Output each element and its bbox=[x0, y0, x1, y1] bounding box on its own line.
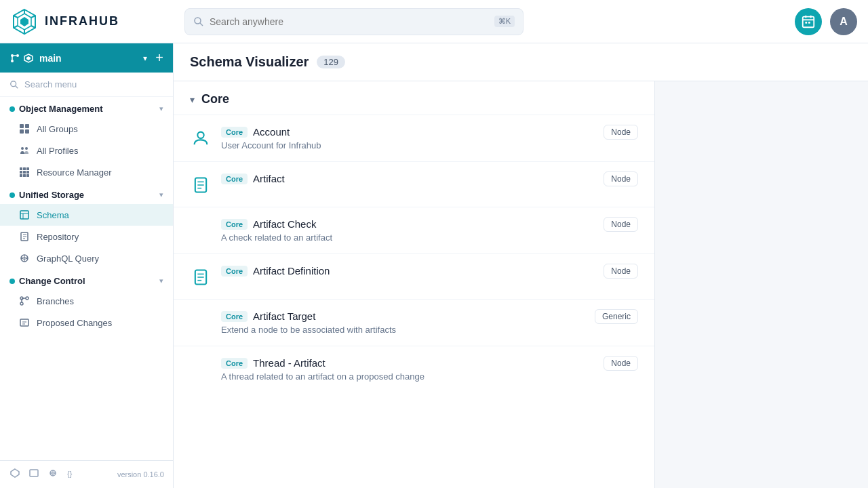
all-profiles-icon bbox=[19, 145, 30, 156]
section-change-control[interactable]: Change Control ▾ bbox=[0, 269, 173, 290]
svg-point-23 bbox=[11, 81, 16, 86]
topbar: INFRAHUB ⌘K A bbox=[0, 0, 868, 43]
footer-icon-3[interactable] bbox=[47, 468, 58, 481]
logo: INFRAHUB bbox=[11, 8, 174, 35]
svg-marker-55 bbox=[11, 469, 19, 477]
sidebar-search-label: Search menu bbox=[24, 79, 77, 89]
artifact-target-namespace-badge: Core bbox=[221, 311, 248, 322]
calendar-button[interactable] bbox=[795, 8, 822, 35]
svg-rect-26 bbox=[25, 124, 29, 128]
svg-text:{}: {} bbox=[67, 470, 73, 478]
section-label: Unified Storage bbox=[19, 190, 155, 200]
svg-rect-34 bbox=[20, 171, 22, 174]
svg-rect-16 bbox=[808, 22, 810, 24]
account-type-label: Node bbox=[604, 125, 638, 140]
main-layout: main ▾ + Search menu Object Management ▾ bbox=[0, 43, 868, 488]
logo-icon bbox=[11, 8, 38, 35]
schema-item-artifact-check[interactable]: Core Artifact Check A check related to a… bbox=[174, 207, 654, 253]
core-section-header[interactable]: ▾ Core bbox=[174, 81, 654, 115]
account-type-badge: Node bbox=[604, 126, 638, 137]
svg-point-19 bbox=[11, 60, 14, 62]
version-label: version 0.16.0 bbox=[117, 470, 164, 479]
schema-list: ▾ Core Core Account bbox=[174, 81, 655, 488]
artifact-check-icon bbox=[190, 220, 212, 241]
artifact-check-name: Artifact Check bbox=[253, 218, 316, 230]
sidebar-footer: {} version 0.16.0 bbox=[0, 460, 174, 488]
sidebar-search[interactable]: Search menu bbox=[0, 73, 173, 97]
nav-item-label: Branches bbox=[37, 296, 74, 306]
section-chevron-icon: ▾ bbox=[159, 104, 163, 113]
user-avatar[interactable]: A bbox=[830, 8, 857, 35]
svg-point-29 bbox=[21, 147, 24, 150]
schema-item-artifact-definition[interactable]: Core Artifact Definition Node bbox=[174, 253, 654, 299]
search-shortcut: ⌘K bbox=[494, 16, 515, 27]
schema-item-artifact[interactable]: Core Artifact Node bbox=[174, 161, 654, 207]
search-input[interactable] bbox=[210, 16, 489, 27]
nav-item-label: GraphQL Query bbox=[37, 253, 99, 264]
resource-manager-icon bbox=[19, 167, 30, 178]
nav-item-schema[interactable]: Schema bbox=[0, 204, 173, 226]
page-title: Schema Visualizer bbox=[190, 54, 309, 70]
artifact-body: Core Artifact bbox=[221, 173, 594, 187]
section-object-management[interactable]: Object Management ▾ bbox=[0, 97, 173, 118]
branch-selector[interactable]: main ▾ + bbox=[0, 43, 173, 73]
account-desc: User Account for Infrahub bbox=[221, 140, 594, 150]
nav-item-repository[interactable]: Repository bbox=[0, 226, 173, 247]
svg-rect-28 bbox=[25, 129, 29, 134]
svg-rect-56 bbox=[30, 470, 38, 476]
artifact-check-type-label: Node bbox=[604, 217, 638, 232]
nav-item-all-profiles[interactable]: All Profiles bbox=[0, 140, 173, 161]
footer-icon-4[interactable]: {} bbox=[66, 468, 77, 481]
search-icon bbox=[193, 16, 204, 27]
schema-item-account[interactable]: Core Account User Account for Infrahub N… bbox=[174, 115, 654, 161]
main-body: ▾ Core Core Account bbox=[174, 81, 868, 488]
svg-rect-52 bbox=[20, 319, 28, 326]
app-name: INFRAHUB bbox=[45, 14, 119, 28]
nav-item-proposed-changes[interactable]: Proposed Changes bbox=[0, 312, 173, 333]
svg-rect-31 bbox=[20, 167, 22, 170]
nav-item-label: Resource Manager bbox=[37, 167, 112, 178]
graphql-icon bbox=[19, 253, 30, 264]
branch-icon bbox=[9, 53, 34, 64]
branch-add-icon[interactable]: + bbox=[155, 50, 163, 66]
branch-name: main bbox=[39, 53, 138, 64]
section-dot bbox=[9, 192, 15, 198]
calendar-icon bbox=[801, 14, 816, 29]
account-body: Core Account User Account for Infrahub bbox=[221, 126, 594, 150]
nav-item-all-groups[interactable]: All Groups bbox=[0, 118, 173, 140]
global-search[interactable]: ⌘K bbox=[184, 8, 524, 35]
svg-point-51 bbox=[20, 302, 23, 305]
nav-item-label: Proposed Changes bbox=[37, 318, 112, 328]
artifact-check-type-badge: Node bbox=[604, 218, 638, 229]
thread-artifact-name: Thread - Artifact bbox=[253, 357, 326, 369]
main-content-area: Schema Visualizer 129 ▾ Core bbox=[174, 43, 868, 488]
svg-rect-27 bbox=[20, 129, 24, 134]
nav-item-branches[interactable]: Branches bbox=[0, 290, 173, 312]
svg-point-60 bbox=[197, 132, 203, 138]
svg-point-50 bbox=[26, 297, 28, 300]
schema-item-thread-artifact[interactable]: Core Thread - Artifact A thread related … bbox=[174, 346, 654, 392]
thread-artifact-icon bbox=[190, 359, 212, 380]
schema-item-artifact-target[interactable]: Core Artifact Target Extend a node to be… bbox=[174, 299, 654, 346]
footer-icon-1[interactable] bbox=[9, 468, 20, 481]
section-unified-storage[interactable]: Unified Storage ▾ bbox=[0, 183, 173, 204]
svg-rect-25 bbox=[20, 124, 24, 128]
artifact-check-body: Core Artifact Check A check related to a… bbox=[221, 218, 594, 243]
section-chevron-icon: ▾ bbox=[159, 190, 163, 199]
branch-chevron-icon: ▾ bbox=[143, 54, 147, 63]
artifact-name: Artifact bbox=[253, 173, 285, 184]
nav-item-label: Schema bbox=[37, 210, 69, 220]
svg-point-9 bbox=[195, 18, 201, 24]
artifact-check-namespace-badge: Core bbox=[221, 219, 248, 230]
artifact-definition-type-label: Node bbox=[604, 264, 638, 279]
section-label: Object Management bbox=[19, 104, 155, 114]
section-chevron-icon: ▾ bbox=[159, 277, 163, 285]
thread-artifact-type-label: Node bbox=[604, 356, 638, 371]
thread-artifact-desc: A thread related to an artifact on a pro… bbox=[221, 371, 594, 382]
topbar-actions: A bbox=[795, 8, 857, 35]
thread-artifact-namespace-badge: Core bbox=[221, 358, 248, 369]
footer-icon-2[interactable] bbox=[28, 468, 39, 481]
nav-item-graphql-query[interactable]: GraphQL Query bbox=[0, 247, 173, 269]
nav-item-resource-manager[interactable]: Resource Manager bbox=[0, 161, 173, 183]
section-label: Change Control bbox=[19, 276, 155, 286]
